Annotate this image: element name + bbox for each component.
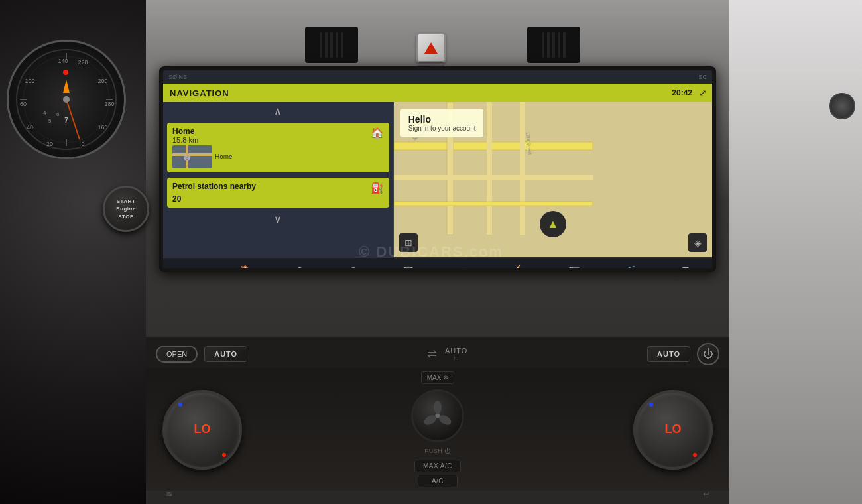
fan-icon	[421, 399, 454, 432]
start-stop-label: START Engine STOP	[116, 198, 136, 220]
dials-area: LO MAX ❄ PUSH ⏻	[146, 368, 729, 491]
scene: 140 100 60 40 20 0 160 180 200 220 6 5 4	[0, 0, 862, 504]
toolbar-location-btn[interactable]: ◎	[344, 262, 363, 269]
nav-petrol-count: 20	[172, 194, 384, 204]
nav-header-title: NAVIGATION	[170, 88, 229, 98]
auto-right-button[interactable]: AUTO	[647, 346, 690, 362]
expand-icon[interactable]: ⤢	[699, 88, 707, 98]
center-controls: MAX ❄ PUSH ⏻ MAX A/C A/C	[411, 371, 464, 487]
right-dial-container: LO	[633, 390, 713, 470]
nav-item-petrol[interactable]: Petrol stations nearby ⛽ 20	[167, 178, 389, 208]
ac-button[interactable]: A/C	[418, 475, 458, 487]
chevron-down-icon[interactable]: ∨	[163, 210, 393, 228]
hello-sub: Sign in to your account	[408, 125, 476, 132]
svg-point-35	[436, 414, 440, 418]
map-layers-button[interactable]: ◈	[688, 233, 707, 252]
left-temp-value: LO	[194, 422, 211, 436]
svg-text:5: 5	[48, 118, 52, 124]
svg-text:180: 180	[104, 101, 114, 107]
map-grid-button[interactable]: ⊞	[399, 233, 418, 252]
svg-text:4: 4	[43, 110, 46, 116]
sync-icon: ⇌	[427, 347, 437, 361]
svg-text:200: 200	[97, 78, 107, 84]
svg-rect-27	[394, 175, 593, 180]
svg-text:7: 7	[64, 116, 68, 124]
svg-rect-23	[394, 142, 593, 150]
max-ac-button[interactable]: MAX A/C	[414, 460, 461, 472]
map-panel[interactable]: Street 17/8 Street Hello Sign in to your…	[394, 102, 712, 257]
auto-left-button[interactable]: AUTO	[204, 346, 247, 362]
nav-petrol-title: Petrol stations nearby	[172, 182, 256, 191]
toolbar-nav-btn[interactable]: ⊙	[290, 262, 309, 269]
nav-home-title: Home	[172, 127, 198, 136]
max-defrost-button[interactable]: MAX ❄	[421, 371, 454, 384]
hello-title: Hello	[408, 114, 476, 125]
toolbar-camera-btn[interactable]: 📷	[563, 262, 585, 269]
bottom-icons-row: ≋ ↩	[159, 489, 716, 499]
screen-status-right: SC	[698, 74, 707, 80]
svg-point-32	[434, 401, 442, 414]
fan-dial[interactable]	[411, 389, 464, 442]
svg-rect-26	[520, 102, 525, 235]
toolbar-home-btn[interactable]: 🏠	[234, 262, 256, 269]
toolbar-back-btn[interactable]: ↩	[180, 262, 199, 269]
map-nav-arrow[interactable]: ▲	[540, 211, 566, 237]
left-dial-container: LO	[162, 390, 242, 470]
power-button[interactable]: ⏻	[697, 343, 719, 365]
instrument-cluster: 140 100 60 40 20 0 160 180 200 220 6 5 4	[0, 0, 153, 504]
defroster-rear-icon[interactable]: ↩	[703, 489, 709, 499]
speedometer: 140 100 60 40 20 0 160 180 200 220 6 5 4	[7, 40, 126, 159]
bottom-toolbar: ↩ 🏠 ⊙ ◎ ☎ ♫ ⚡ 📷 📻 ⊞	[163, 257, 712, 268]
svg-text:160: 160	[97, 124, 107, 131]
right-area	[716, 0, 862, 504]
climate-top-bar: OPEN AUTO ⇌ AUTO ↑↓ AUTO ⏻	[146, 337, 729, 371]
fuel-icon: ⛽	[371, 182, 384, 194]
screen-bezel: SØ·NS SC NAVIGATION 20:42 ⤢ ∧	[159, 66, 716, 272]
svg-text:140: 140	[58, 58, 68, 64]
nav-item-home[interactable]: Home 15.8 km 🏠 ⌂ Ho	[167, 123, 389, 172]
main-screen: SØ·NS SC NAVIGATION 20:42 ⤢ ∧	[163, 70, 712, 268]
open-button[interactable]: OPEN	[156, 346, 198, 363]
right-temp-value: LO	[665, 422, 682, 436]
home-icon: 🏠	[371, 127, 384, 139]
hazard-button[interactable]	[416, 33, 446, 62]
left-temp-dial[interactable]: LO	[162, 390, 242, 470]
svg-text:60: 60	[20, 101, 27, 107]
fan-low-icon[interactable]: ≋	[166, 489, 172, 499]
auto-center-label: AUTO	[445, 347, 467, 355]
chevron-up-icon[interactable]: ∧	[163, 102, 393, 120]
svg-text:6: 6	[56, 111, 60, 117]
nav-header: NAVIGATION 20:42 ⤢	[163, 84, 712, 102]
svg-text:17/8 Street: 17/8 Street	[526, 131, 532, 155]
right-temp-dial[interactable]: LO	[633, 390, 713, 470]
svg-text:220: 220	[78, 59, 88, 66]
start-stop-button[interactable]: START Engine STOP	[103, 186, 149, 232]
toolbar-phone-btn[interactable]: ☎	[397, 262, 419, 269]
svg-rect-28	[394, 202, 593, 206]
screen-content: ∧ Home 15.8 km 🏠	[163, 102, 712, 257]
push-label: PUSH ⏻	[424, 448, 451, 454]
svg-marker-16	[63, 80, 70, 93]
svg-text:20: 20	[46, 141, 53, 147]
toolbar-bluetooth-btn[interactable]: ⚡	[506, 262, 528, 269]
toolbar-radio-btn[interactable]: 📻	[619, 262, 641, 269]
svg-text:0: 0	[81, 141, 84, 147]
svg-rect-25	[487, 102, 492, 235]
nav-home-distance: 15.8 km	[172, 136, 198, 144]
screen-status-left: SØ·NS	[168, 74, 187, 80]
svg-text:40: 40	[27, 124, 33, 131]
map-bg: Street 17/8 Street Hello Sign in to your…	[394, 102, 712, 257]
hello-panel[interactable]: Hello Sign in to your account	[400, 109, 484, 137]
toolbar-media-btn[interactable]: ♫	[454, 262, 471, 269]
nav-home-sub: Home	[215, 153, 233, 160]
climate-center: ⇌ AUTO ↑↓	[427, 347, 467, 361]
toolbar-apps-btn[interactable]: ⊞	[676, 262, 695, 269]
screen-time: 20:42	[672, 88, 692, 97]
nav-panel: ∧ Home 15.8 km 🏠	[163, 102, 394, 257]
svg-point-18	[63, 96, 70, 103]
svg-text:100: 100	[25, 78, 34, 84]
